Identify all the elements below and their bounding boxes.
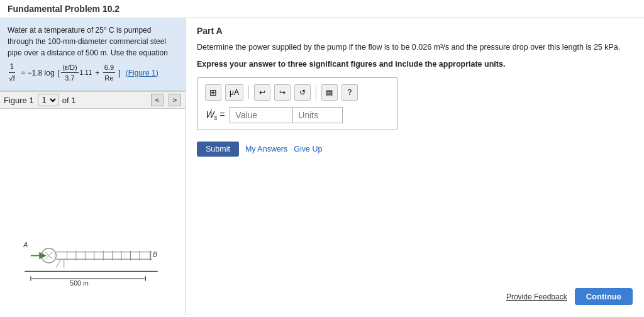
page-title: Fundamental Problem 10.2 [0, 0, 644, 18]
bottom-bar: Provide Feedback Continue [495, 283, 644, 310]
units-input[interactable] [292, 107, 343, 123]
toolbar-divider-2 [316, 86, 316, 99]
help-button[interactable]: ? [341, 84, 358, 101]
refresh-button[interactable]: ↺ [294, 84, 311, 101]
variable-label: Ẇs = [205, 109, 225, 121]
figure-link[interactable]: (Figure 1) [126, 67, 158, 79]
figure-nav: Figure 1 1 of 1 < > [0, 91, 185, 109]
action-row: Submit My Answers Give Up [197, 142, 633, 157]
problem-text-area: Water at a temperature of 25° C is pumpe… [0, 18, 185, 91]
right-wrapper: Part A Determine the power supplied by t… [186, 18, 644, 315]
mu-icon-button[interactable]: μA [225, 84, 243, 101]
svg-line-18 [56, 259, 61, 267]
provide-feedback-link[interactable]: Provide Feedback [506, 292, 567, 301]
figure-prev-button[interactable]: < [151, 94, 164, 106]
input-row: Ẇs = [205, 107, 390, 123]
toolbar-divider-1 [248, 86, 249, 99]
undo-button[interactable]: ↩ [254, 84, 270, 101]
figure-of-label: of 1 [62, 96, 76, 105]
svg-text:A: A [23, 241, 28, 248]
redo-button[interactable]: ↪ [274, 84, 291, 101]
toolbar-row: ⊞ μA ↩ ↪ ↺ ▤ ? [205, 84, 390, 101]
fraction-1-sqrt-f: 1 √f [8, 61, 16, 84]
equation-display: 1 √f = −1.8 log [ (ε/D) 3.7 1.11 + 6.9 R… [8, 61, 177, 84]
right-panel: Part A Determine the power supplied by t… [186, 18, 644, 164]
give-up-link[interactable]: Give Up [294, 145, 322, 153]
value-input[interactable] [230, 107, 292, 123]
continue-button[interactable]: Continue [575, 288, 633, 305]
answer-box: ⊞ μA ↩ ↪ ↺ ▤ ? Ẇs = [197, 77, 398, 130]
sig-fig-text: Express your answer to three significant… [197, 60, 633, 69]
keyboard-button[interactable]: ▤ [321, 84, 338, 101]
problem-intro-text: Water at a temperature of 25° C is pumpe… [8, 26, 168, 57]
figure-next-button[interactable]: > [169, 94, 181, 106]
part-label: Part A [197, 26, 633, 36]
question-text: Determine the power supplied by the pump… [197, 41, 625, 53]
svg-text:B: B [153, 250, 157, 258]
my-answers-link[interactable]: My Answers [245, 145, 287, 153]
figure-label: Figure 1 [4, 96, 34, 105]
submit-button[interactable]: Submit [197, 142, 239, 157]
left-panel: Water at a temperature of 25° C is pumpe… [0, 18, 186, 315]
grid-icon-button[interactable]: ⊞ [205, 84, 221, 101]
svg-text:500 m: 500 m [70, 279, 89, 287]
figure-select[interactable]: 1 [38, 94, 58, 106]
figure-area: A [0, 109, 185, 315]
pipe-diagram-svg: A [13, 230, 170, 303]
